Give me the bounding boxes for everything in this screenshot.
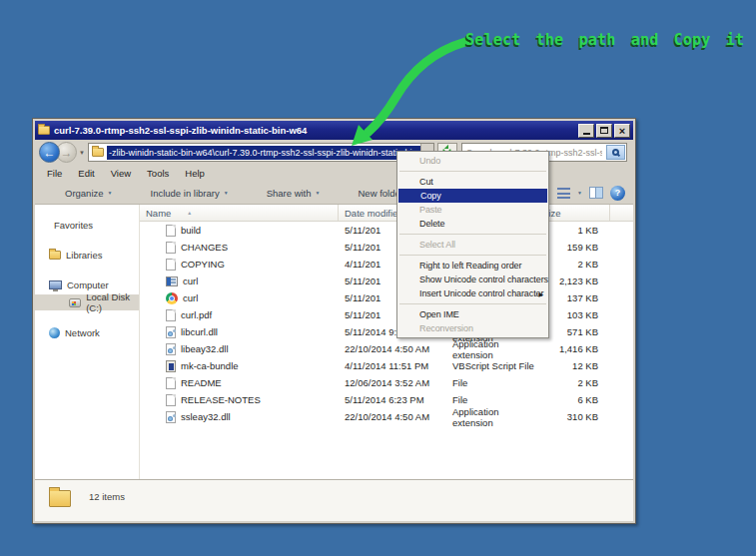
search-button[interactable] (606, 145, 625, 160)
file-row-curl[interactable]: curl5/11/2012,123 KB (140, 273, 633, 289)
title-bar[interactable]: curl-7.39.0-rtmp-ssh2-ssl-sspi-zlib-wini… (35, 121, 633, 140)
folder-icon (38, 126, 50, 135)
file-row-libcurl.dll[interactable]: libcurl.dll5/11/2014 9:05 PMApplication … (140, 323, 633, 340)
folder-icon (92, 148, 104, 157)
context-menu: UndoCutCopyPasteDeleteSelect AllRight to… (396, 151, 549, 338)
sidebar-item-favorites[interactable]: Favorites (35, 217, 139, 233)
page-file-icon (166, 225, 176, 237)
maximize-icon (600, 127, 608, 134)
file-date-modified: 22/10/2014 4:50 AM (339, 343, 446, 354)
file-row-curl[interactable]: curl5/11/201137 KB (140, 289, 633, 306)
context-menu-item-copy[interactable]: Copy (398, 189, 547, 203)
file-name: curl (183, 292, 198, 303)
annotation-arrow (336, 26, 475, 156)
file-row-curl.pdf[interactable]: curl.pdf5/11/201103 KB (140, 306, 633, 323)
menu-edit[interactable]: Edit (70, 168, 102, 179)
toolbar-share-with[interactable]: Share with▼ (267, 188, 321, 199)
context-menu-item-reconversion[interactable]: Reconversion (397, 321, 548, 335)
page-file-icon (166, 377, 176, 389)
submenu-arrow-icon: ▶ (538, 290, 543, 297)
list-view-icon (557, 188, 570, 199)
page-file-icon (166, 242, 176, 254)
minimize-icon (583, 133, 590, 135)
file-name-cell: mk-ca-bundle (140, 360, 339, 372)
help-button[interactable]: ? (610, 186, 625, 201)
sidebar-item-local-disk-c[interactable]: Local Disk (C:) (35, 294, 139, 310)
file-row-changes[interactable]: CHANGES5/11/201159 KB (140, 239, 633, 256)
file-size: 6 KB (536, 394, 610, 405)
menu-item-label: Open IME (419, 309, 459, 319)
file-type: Application extension (446, 406, 536, 428)
close-icon: × (619, 126, 625, 136)
file-list: Name ▲ Date modified Type Size build5/11… (140, 205, 633, 479)
file-row-ssleay32.dll[interactable]: ssleay32.dll22/10/2014 4:50 AMApplicatio… (140, 408, 633, 425)
menu-view[interactable]: View (103, 168, 139, 179)
toolbar-item-label: Include in library (151, 188, 220, 199)
menu-item-label: Reconversion (419, 323, 473, 333)
recent-pages-chevron-icon[interactable]: ▼ (79, 150, 85, 156)
file-size: 1,416 KB (536, 343, 610, 354)
menu-help[interactable]: Help (177, 168, 213, 179)
menu-separator (399, 303, 546, 304)
maximize-button[interactable] (596, 124, 612, 138)
menu-file[interactable]: File (39, 168, 70, 179)
context-menu-item-right-to-left-reading-order[interactable]: Right to left Reading order (397, 259, 548, 273)
column-header-name[interactable]: Name ▲ (140, 205, 339, 221)
file-name: libeay32.dll (181, 343, 229, 354)
dll-file-icon (166, 326, 176, 338)
page-file-icon (166, 309, 176, 321)
dll-file-icon (166, 343, 176, 355)
menu-tools[interactable]: Tools (139, 168, 177, 179)
context-menu-item-open-ime[interactable]: Open IME (397, 307, 548, 321)
file-name: ssleay32.dll (181, 411, 231, 422)
file-row-readme[interactable]: README12/06/2014 3:52 AMFile2 KB (140, 374, 633, 391)
sidebar-item-label: Network (65, 327, 100, 338)
toolbar-include-in-library[interactable]: Include in library▼ (151, 188, 229, 199)
file-name: CHANGES (181, 242, 228, 253)
file-name-cell: COPYING (140, 259, 339, 271)
menu-item-label: Right to left Reading order (419, 261, 521, 271)
file-size: 310 KB (536, 411, 610, 422)
file-name-cell: build (140, 225, 339, 237)
file-name-cell: CHANGES (140, 242, 339, 254)
context-menu-item-undo[interactable]: Undo (397, 154, 548, 168)
network-icon (49, 327, 60, 338)
file-date-modified: 12/06/2014 3:52 AM (339, 377, 446, 388)
file-row-copying[interactable]: COPYING4/11/2012 KB (140, 256, 633, 273)
file-type: File (446, 377, 536, 388)
toolbar-organize[interactable]: Organize▼ (65, 188, 113, 199)
file-date-modified: 22/10/2014 4:50 AM (339, 411, 446, 422)
preview-pane-button[interactable] (589, 187, 603, 199)
file-date-modified: 4/11/2014 11:51 PM (339, 360, 446, 371)
file-name: libcurl.dll (181, 326, 218, 337)
column-header-filler (610, 205, 633, 221)
file-name: curl.pdf (181, 309, 212, 320)
sidebar-item-label: Local Disk (C:) (86, 291, 139, 313)
sidebar-item-libraries[interactable]: Libraries (35, 247, 139, 263)
change-view-button[interactable]: ▼ (557, 188, 582, 199)
menu-item-label: Copy (420, 191, 441, 201)
sidebar-item-computer[interactable]: Computer (35, 277, 139, 292)
file-name-cell: libcurl.dll (140, 326, 339, 338)
file-name-cell: curl (140, 276, 339, 286)
file-row-build[interactable]: build5/11/2011 KB (140, 222, 633, 239)
back-button[interactable]: ← (39, 142, 60, 163)
context-menu-item-select-all[interactable]: Select All (397, 238, 548, 252)
context-menu-item-delete[interactable]: Delete (397, 217, 548, 231)
file-row-libeay32.dll[interactable]: libeay32.dll22/10/2014 4:50 AMApplicatio… (140, 340, 633, 357)
close-button[interactable]: × (614, 124, 630, 138)
menu-separator (399, 171, 546, 172)
file-type: VBScript Script File (446, 360, 536, 371)
file-row-mk-ca-bundle[interactable]: mk-ca-bundle4/11/2014 11:51 PMVBScript S… (140, 357, 633, 374)
minimize-button[interactable] (578, 124, 594, 138)
menu-item-label: Paste (419, 205, 442, 215)
context-menu-item-cut[interactable]: Cut (397, 175, 548, 189)
context-menu-item-paste[interactable]: Paste (397, 203, 548, 217)
sidebar-item-network[interactable]: Network (35, 324, 139, 340)
context-menu-item-show-unicode-control-characters[interactable]: Show Unicode control characters (397, 273, 548, 286)
sort-ascending-icon: ▲ (187, 210, 192, 216)
file-row-release-notes[interactable]: RELEASE-NOTES5/11/2014 6:23 PMFile6 KB (140, 391, 633, 408)
disk-icon (69, 298, 81, 307)
menu-separator (399, 234, 546, 235)
context-menu-item-insert-unicode-control-character[interactable]: Insert Unicode control character▶ (397, 286, 548, 300)
